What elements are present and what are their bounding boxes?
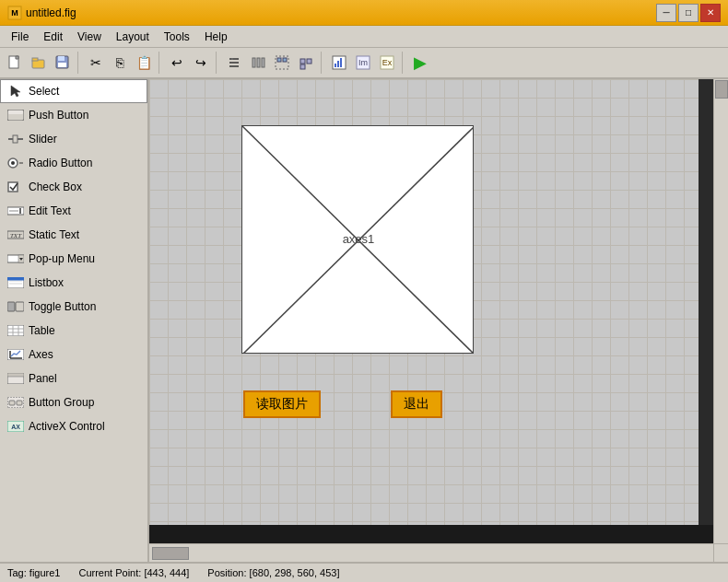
distribute-button[interactable]: [247, 52, 269, 74]
checkbox-icon: [6, 180, 25, 194]
toolbar-sep-3: [216, 52, 219, 74]
svg-rect-11: [231, 58, 233, 60]
group-button[interactable]: [271, 52, 293, 74]
scrollbar-v-thumb[interactable]: [715, 80, 728, 99]
menu-bar: File Edit View Layout Tools Help: [0, 26, 728, 48]
scrollbar-vertical[interactable]: [713, 79, 728, 543]
sidebar-label-radiobutton: Radio Button: [29, 157, 92, 169]
canvas-area[interactable]: axes1 读取图片 退出: [149, 79, 728, 562]
sidebar-item-select[interactable]: Select: [0, 79, 147, 103]
sidebar-item-activex[interactable]: AX ActiveX Control: [0, 414, 147, 438]
toolbar-sep-2: [159, 52, 162, 74]
new-button[interactable]: [4, 52, 26, 74]
sidebar-item-popupmenu[interactable]: Pop-up Menu: [0, 247, 147, 271]
sidebar-item-buttongroup[interactable]: Button Group: [0, 390, 147, 414]
copy-button[interactable]: ⎘: [109, 52, 131, 74]
axes-widget: axes1: [241, 125, 474, 354]
svg-rect-31: [8, 111, 23, 114]
buttongroup-icon: [6, 395, 25, 410]
main-area: Select Push Button Slider Radio Button C…: [0, 79, 728, 562]
sidebar-item-checkbox[interactable]: Check Box: [0, 175, 147, 199]
sidebar-item-table[interactable]: Table: [0, 319, 147, 343]
svg-rect-49: [7, 277, 24, 281]
svg-rect-50: [7, 302, 15, 311]
undo-button[interactable]: ↩: [166, 52, 188, 74]
svg-rect-14: [262, 58, 264, 67]
svg-rect-20: [300, 64, 305, 69]
menu-layout[interactable]: Layout: [109, 29, 157, 45]
minimize-button[interactable]: ─: [656, 4, 676, 22]
sidebar-label-buttongroup: Button Group: [29, 396, 94, 409]
sidebar-label-panel: Panel: [29, 372, 57, 385]
sidebar-item-radiobutton[interactable]: Radio Button: [0, 151, 147, 175]
toolbar-sep-5: [402, 52, 405, 74]
arrow-icon: [6, 84, 25, 99]
redo-button[interactable]: ↪: [190, 52, 212, 74]
open-button[interactable]: [28, 52, 50, 74]
close-button[interactable]: ✕: [700, 4, 721, 22]
chart-button[interactable]: [328, 52, 350, 74]
cut-button[interactable]: ✂: [85, 52, 107, 74]
svg-rect-16: [277, 58, 281, 62]
sidebar-item-listbox[interactable]: Listbox: [0, 271, 147, 295]
svg-rect-19: [307, 59, 311, 64]
save-button[interactable]: [52, 52, 74, 74]
status-position: Position: [680, 298, 560, 453]: [207, 567, 339, 578]
toolbar: ✂ ⎘ 📋 ↩ ↪ Im Ex ▶: [0, 48, 728, 79]
window-title: untitled.fig: [26, 6, 76, 19]
sidebar-label-activex: ActiveX Control: [29, 420, 105, 433]
activex-icon: AX: [6, 419, 25, 434]
sidebar-item-axes[interactable]: Axes: [0, 343, 147, 367]
toolbar-sep-4: [321, 52, 324, 74]
export-button[interactable]: Ex: [376, 52, 398, 74]
paste-button[interactable]: 📋: [133, 52, 155, 74]
sidebar-label-table: Table: [29, 324, 55, 337]
run-button[interactable]: ▶: [409, 52, 431, 74]
quit-button[interactable]: 退出: [391, 390, 442, 418]
menu-file[interactable]: File: [4, 29, 36, 45]
svg-rect-7: [58, 63, 66, 67]
sidebar-item-edittext[interactable]: Edit Text: [0, 199, 147, 223]
app-icon: M: [7, 6, 22, 20]
panel-icon: [6, 371, 25, 386]
svg-rect-22: [335, 64, 336, 67]
slider-icon: [6, 132, 25, 146]
status-current-point: Current Point: [443, 444]: [78, 567, 189, 578]
sidebar-label-axes: Axes: [29, 348, 53, 361]
toggle-icon: [6, 299, 25, 314]
table-icon: [6, 323, 25, 338]
align-button[interactable]: [223, 52, 245, 74]
sidebar: Select Push Button Slider Radio Button C…: [0, 79, 149, 562]
menu-help[interactable]: Help: [197, 29, 235, 45]
svg-rect-18: [300, 59, 305, 64]
menu-edit[interactable]: Edit: [36, 29, 70, 45]
svg-rect-17: [283, 58, 287, 62]
sidebar-item-slider[interactable]: Slider: [0, 127, 147, 151]
sidebar-item-panel[interactable]: Panel: [0, 367, 147, 390]
scrollbar-horizontal[interactable]: [149, 543, 713, 562]
scrollbar-h-thumb[interactable]: [152, 547, 189, 560]
ungroup-button[interactable]: [295, 52, 317, 74]
sidebar-item-togglebutton[interactable]: Toggle Button: [0, 295, 147, 319]
maximize-button[interactable]: □: [678, 4, 699, 22]
svg-text:M: M: [11, 8, 18, 17]
radio-icon: [6, 156, 25, 170]
window-controls: ─ □ ✕: [656, 4, 721, 22]
menu-tools[interactable]: Tools: [157, 29, 197, 45]
svg-marker-29: [11, 86, 20, 97]
edittext-icon: [6, 204, 25, 218]
svg-rect-13: [257, 58, 260, 67]
svg-rect-61: [7, 373, 24, 377]
import-button[interactable]: Im: [352, 52, 374, 74]
sidebar-item-statictext[interactable]: TXT Static Text: [0, 223, 147, 247]
pushbutton-icon: [6, 108, 25, 122]
sidebar-label-popupmenu: Pop-up Menu: [29, 252, 95, 265]
svg-rect-33: [13, 135, 18, 143]
menu-view[interactable]: View: [70, 29, 109, 45]
listbox-icon: [6, 275, 25, 290]
sidebar-item-pushbutton[interactable]: Push Button: [0, 103, 147, 127]
svg-rect-51: [16, 302, 24, 311]
read-image-button[interactable]: 读取图片: [243, 390, 321, 418]
sidebar-label-togglebutton: Toggle Button: [29, 300, 96, 313]
dark-bottom-bar: [149, 525, 728, 543]
